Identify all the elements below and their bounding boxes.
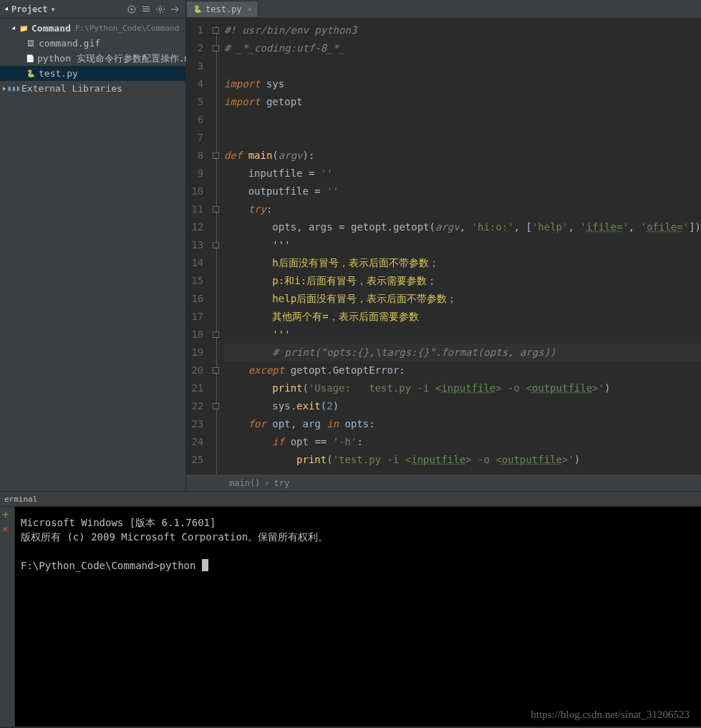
terminal-output[interactable]: Microsoft Windows [版本 6.1.7601] 版权所有 (c)… — [15, 507, 701, 727]
sidebar-header: Project ▾ — [0, 0, 185, 19]
close-icon[interactable]: ✕ — [248, 4, 253, 14]
file-name: test.py — [39, 68, 78, 79]
triangle-icon — [11, 26, 16, 31]
gear-icon[interactable] — [155, 4, 165, 14]
file-icon: 🐍 — [26, 69, 36, 79]
file-python 实现命令行参数配置操作.md[interactable]: 📄python 实现命令行参数配置操作.md — [0, 51, 185, 66]
file-name: command.gif — [39, 38, 100, 49]
file-icon: 📄 — [26, 54, 34, 64]
tab-label: test.py — [206, 4, 242, 14]
folder-icon: 📁 — [19, 24, 29, 34]
collapse-arrow-icon[interactable] — [4, 6, 9, 11]
close-terminal-icon[interactable]: × — [2, 524, 12, 534]
project-sidebar: Project ▾ 📁 Command F:\Python_Code\Comma… — [0, 0, 186, 491]
code-content[interactable]: #! usr/bin/env python3# _*_coding:utf-8_… — [220, 19, 701, 474]
svg-point-1 — [131, 8, 133, 10]
watermark: https://blog.csdn.net/sinat_31206523 — [531, 709, 690, 721]
collapse-icon[interactable] — [141, 4, 151, 14]
project-name: Command — [32, 23, 71, 34]
add-terminal-icon[interactable]: + — [2, 510, 12, 520]
svg-point-2 — [159, 8, 162, 11]
breadcrumb: main() › try — [186, 474, 701, 491]
project-tree: 📁 Command F:\Python_Code\Command 🖼comman… — [0, 19, 185, 96]
editor-tabs: 🐍 test.py ✕ — [186, 0, 701, 19]
hide-icon[interactable] — [170, 4, 180, 14]
line-numbers: 1234567891011121314151617181920212223242… — [186, 19, 212, 474]
terminal-toolbar: + × — [0, 507, 15, 727]
file-command.gif[interactable]: 🖼command.gif — [0, 36, 185, 51]
fold-column — [212, 19, 220, 474]
triangle-icon — [3, 87, 6, 91]
code-editor[interactable]: 1234567891011121314151617181920212223242… — [186, 19, 701, 474]
terminal-label[interactable]: erminal — [0, 491, 701, 507]
file-name: python 实现命令行参数配置操作.md — [37, 52, 195, 65]
ext-lib-label: External Libraries — [21, 83, 122, 94]
project-label: Project — [11, 4, 48, 14]
tab-test-py[interactable]: 🐍 test.py ✕ — [186, 1, 258, 18]
libraries-icon: ▮▮▮ — [9, 84, 19, 94]
terminal-panel: + × Microsoft Windows [版本 6.1.7601] 版权所有… — [0, 507, 701, 727]
project-path: F:\Python_Code\Command — [75, 24, 180, 33]
file-test.py[interactable]: 🐍test.py — [0, 66, 185, 81]
python-icon: 🐍 — [193, 4, 203, 14]
project-root[interactable]: 📁 Command F:\Python_Code\Command — [0, 21, 185, 36]
chevron-right-icon: › — [264, 478, 269, 488]
crumb-main[interactable]: main() — [229, 478, 260, 488]
crumb-try[interactable]: try — [274, 478, 290, 488]
editor-pane: 🐍 test.py ✕ 1234567891011121314151617181… — [186, 0, 701, 491]
target-icon[interactable] — [127, 4, 137, 14]
file-icon: 🖼 — [26, 39, 36, 49]
dropdown-arrow-icon[interactable]: ▾ — [51, 4, 56, 14]
external-libraries[interactable]: ▮▮▮ External Libraries — [0, 81, 185, 96]
